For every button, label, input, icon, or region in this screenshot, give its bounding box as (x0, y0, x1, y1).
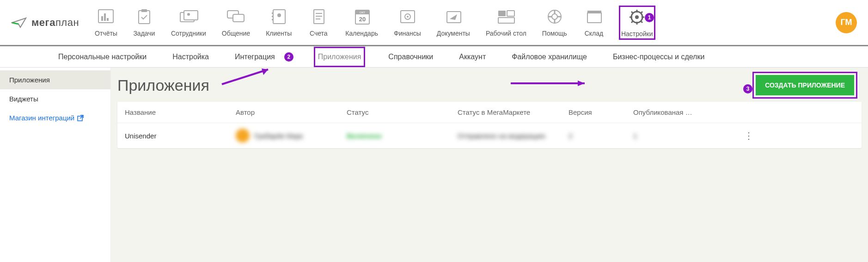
subnav-personal[interactable]: Персональные настройки (55, 48, 149, 66)
svg-rect-2 (104, 13, 106, 21)
nav-reports[interactable]: Отчёты (93, 6, 119, 40)
th-status: Статус (347, 108, 458, 116)
clipboard-check-icon (133, 7, 155, 26)
nav-label: Счета (310, 30, 328, 37)
row-menu-icon[interactable]: ⋮ (735, 130, 763, 141)
safe-icon (396, 7, 418, 26)
sidebar: Приложения Виджеты Магазин интеграций (0, 68, 111, 262)
svg-rect-37 (587, 12, 601, 23)
nav-calendar[interactable]: ОКТ20Календарь (343, 6, 380, 40)
svg-point-8 (187, 13, 190, 16)
invoice-icon (307, 7, 330, 26)
svg-line-45 (631, 12, 633, 13)
page-title: Приложения (117, 76, 209, 94)
svg-line-50 (222, 69, 268, 84)
main-nav: Отчёты Задачи Сотрудники Общение Клиенты… (93, 6, 836, 40)
svg-marker-53 (578, 81, 585, 86)
svg-rect-38 (587, 11, 601, 13)
nav-label: Клиенты (266, 30, 292, 37)
subnav-integration[interactable]: Интеграция (232, 48, 278, 66)
nav-label: Документы (437, 30, 470, 37)
th-market: Статус в МегаМаркете (458, 108, 568, 116)
svg-line-46 (641, 21, 642, 23)
nav-label: Помощь (542, 30, 567, 37)
user-avatar[interactable]: ГМ (836, 12, 857, 33)
cell-published: 1 (633, 132, 735, 140)
subnav-bp[interactable]: Бизнес-процессы и сделки (610, 48, 707, 66)
th-name: Название (125, 108, 236, 116)
chat-icon (225, 7, 247, 26)
nav-tasks[interactable]: Задачи (131, 6, 157, 40)
nav-warehouse[interactable]: Склад (581, 6, 607, 40)
nav-label: Отчёты (95, 30, 117, 37)
svg-rect-5 (141, 9, 147, 12)
calendar-icon: ОКТ20 (351, 7, 373, 26)
svg-rect-3 (107, 18, 109, 21)
cell-market-status: Отправлено на модерацию (458, 132, 568, 140)
svg-rect-1 (101, 16, 103, 21)
svg-line-48 (631, 21, 633, 23)
svg-rect-4 (139, 11, 150, 24)
svg-rect-28 (498, 11, 506, 16)
create-app-button[interactable]: СОЗДАТЬ ПРИЛОЖЕНИЕ (756, 75, 854, 95)
nav-chat[interactable]: Общение (220, 6, 252, 40)
paper-plane-icon (11, 16, 28, 29)
nav-finance[interactable]: Финансы (392, 6, 423, 40)
cell-name: Unisender (125, 132, 236, 140)
nav-label: Финансы (394, 30, 421, 37)
svg-text:ОКТ: ОКТ (360, 11, 365, 14)
external-link-icon (77, 115, 84, 121)
subnav-account[interactable]: Аккаунт (456, 48, 489, 66)
box-icon (583, 7, 605, 26)
subnav-apps[interactable]: Приложения (314, 47, 366, 67)
sidebar-item-widgets[interactable]: Виджеты (0, 89, 110, 108)
contacts-icon (268, 7, 290, 26)
cell-status: Включено (347, 132, 458, 140)
nav-invoices[interactable]: Счета (306, 6, 331, 40)
nav-clients[interactable]: Клиенты (264, 6, 293, 40)
nav-desktop[interactable]: Рабочий стол (484, 6, 528, 40)
svg-point-40 (635, 15, 639, 19)
nav-label: Склад (585, 30, 604, 37)
nav-label: Рабочий стол (486, 30, 526, 37)
annotation-arrow-1 (217, 66, 277, 89)
subnav-files[interactable]: Файловое хранилище (509, 48, 590, 66)
nav-label: Настройки (621, 30, 653, 37)
nav-documents[interactable]: Документы (435, 6, 472, 40)
nav-help[interactable]: Помощь (540, 6, 569, 40)
topbar-right: 1 ГМ (836, 12, 857, 33)
table-row[interactable]: Unisender Грабарёв Марк Включено Отправл… (117, 123, 862, 148)
svg-marker-51 (262, 69, 268, 75)
th-author: Автор (236, 108, 347, 116)
svg-point-32 (552, 14, 557, 19)
nav-label: Задачи (133, 30, 155, 37)
subnav-setup[interactable]: Настройка (170, 48, 212, 66)
cell-version: 2 (568, 132, 633, 140)
svg-rect-29 (507, 11, 514, 16)
sidebar-item-apps[interactable]: Приложения (0, 70, 110, 89)
table-header: Название Автор Статус Статус в МегаМарке… (117, 102, 862, 123)
subnav-refs[interactable]: Справочники (385, 48, 436, 66)
lifebuoy-icon (544, 7, 566, 26)
callout-2: 2 (284, 52, 293, 62)
svg-rect-13 (272, 16, 274, 17)
svg-line-47 (641, 12, 642, 13)
logo[interactable]: мегаплан (11, 16, 79, 29)
svg-text:20: 20 (359, 16, 365, 23)
svg-point-15 (277, 13, 281, 17)
dashboard-icon (495, 7, 517, 26)
chart-icon (95, 7, 117, 26)
logo-text: мегаплан (31, 17, 79, 29)
subnav: Персональные настройки Настройка Интегра… (0, 46, 868, 68)
sidebar-item-store[interactable]: Магазин интеграций (0, 108, 110, 127)
nav-employees[interactable]: Сотрудники (169, 6, 208, 40)
author-avatar-icon (236, 129, 250, 143)
id-cards-icon (177, 7, 200, 26)
nav-settings[interactable]: Настройки (619, 6, 655, 40)
callout-3: 3 (743, 84, 752, 94)
nav-label: Сотрудники (171, 30, 206, 37)
topbar: мегаплан Отчёты Задачи Сотрудники Общени… (0, 0, 868, 46)
th-published: Опубликованая … (633, 108, 735, 116)
apps-table: Название Автор Статус Статус в МегаМарке… (117, 102, 862, 148)
nav-label: Общение (222, 30, 250, 37)
